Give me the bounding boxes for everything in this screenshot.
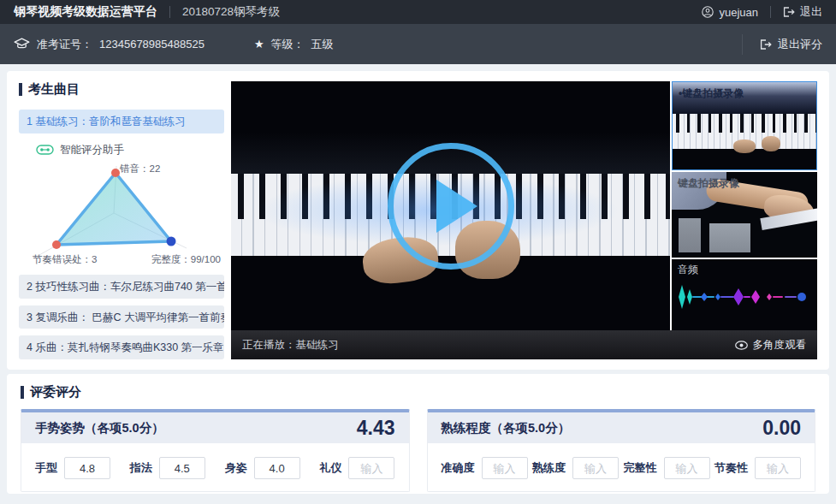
user-menu[interactable]: yuejuan <box>702 6 758 19</box>
user-icon <box>702 6 714 18</box>
field-fingering: 指法 <box>130 457 205 479</box>
player-status-bar: 正在播放：基础练习 多角度观看 <box>231 330 817 359</box>
ticket-label: 准考证号： <box>37 37 92 52</box>
gesture-panel-score: 4.43 <box>357 417 395 440</box>
thumbnail2-stand <box>709 223 750 252</box>
field-completeness: 完整性 <box>624 457 710 479</box>
assistant-label: 智能评分助手 <box>60 143 124 157</box>
logout-label: 退出 <box>800 4 822 20</box>
main-video[interactable] <box>231 81 670 330</box>
field-accuracy: 准确度 <box>442 457 528 479</box>
now-playing-label: 正在播放：基础练习 <box>242 338 339 353</box>
rhythm-input[interactable] <box>755 457 801 479</box>
thumbnail1-label: •键盘拍摄录像 <box>679 86 744 101</box>
assistant-toggle-icon <box>36 144 54 156</box>
gesture-panel-header: 手势姿势（各项5.0分） 4.43 <box>21 412 409 443</box>
thumbnail2-label: 键盘拍摄录像 <box>678 176 739 191</box>
field-hand-shape: 手型 <box>35 457 110 479</box>
playlist-item-4[interactable]: 4 乐曲：莫扎特钢琴奏鸣曲K330 第一乐章 <box>19 335 224 359</box>
level-label: 等级： <box>271 37 305 52</box>
radar-label-rhythm-errors: 节奏错误处：3 <box>33 253 97 266</box>
graduation-cap-icon <box>14 38 30 50</box>
exit-scoring-icon <box>760 39 772 50</box>
proficiency-panel-header: 熟练程度（各项5.0分） 0.00 <box>428 412 815 443</box>
audio-label: 音频 <box>678 263 698 277</box>
thumbnail2-stand <box>679 218 701 252</box>
proficiency-input[interactable] <box>572 457 619 479</box>
accuracy-input[interactable] <box>482 457 528 479</box>
multi-angle-label: 多角度观看 <box>753 338 807 353</box>
gesture-panel-title: 手势姿势（各项5.0分） <box>35 420 164 436</box>
thumbnail-keyboard-top-view[interactable]: •键盘拍摄录像 <box>672 81 817 170</box>
radar-svg <box>24 166 208 258</box>
exam-info-bar: 准考证号： 12345678985488525 ★ 等级： 五级 退出评分 <box>0 24 836 64</box>
logout-icon <box>783 7 795 17</box>
proficiency-panel-title: 熟练程度（各项5.0分） <box>442 420 571 436</box>
exit-scoring-label: 退出评分 <box>778 37 822 52</box>
fingering-input[interactable] <box>159 457 205 479</box>
posture-input[interactable] <box>254 457 300 479</box>
play-button[interactable] <box>388 143 514 270</box>
field-posture: 身姿 <box>225 457 300 479</box>
session-title: 20180728钢琴考级 <box>182 4 280 20</box>
title-accent-bar <box>19 83 22 96</box>
playlist-item-1[interactable]: 1 基础练习：音阶和琶音基础练习 <box>19 110 224 133</box>
thumbnail-keyboard-side-view[interactable]: 键盘拍摄录像 <box>672 172 817 258</box>
level-value: 五级 <box>311 37 334 52</box>
level-group: ★ 等级： 五级 <box>254 37 334 52</box>
audio-waveform <box>673 282 815 312</box>
eye-icon <box>735 341 748 350</box>
divider <box>169 6 170 18</box>
field-proficiency: 熟练度 <box>532 457 619 479</box>
app-title: 钢琴视频考级数据运营平台 <box>14 4 157 20</box>
multi-angle-button[interactable]: 多角度观看 <box>735 338 807 353</box>
divider <box>770 6 771 18</box>
playlist-item-3[interactable]: 3 复调乐曲： 巴赫C 大调平均律第一首前奏曲 <box>19 305 224 329</box>
judge-scoring-card: 评委评分 手势姿势（各项5.0分） 4.43 手型 指法 <box>7 374 829 494</box>
radar-chart: 错音：22 节奏错误处：3 完整度：99/100 <box>19 161 224 266</box>
playlist-item-2[interactable]: 2 技巧性练习曲：车尔尼练习曲740 第一首 <box>19 275 224 299</box>
star-icon: ★ <box>254 38 264 50</box>
play-icon <box>436 180 477 233</box>
angle-thumbnails: •键盘拍摄录像 键盘拍摄录像 <box>672 81 817 330</box>
ticket-number: 12345678985488525 <box>99 38 205 50</box>
radar-label-completeness: 完整度：99/100 <box>151 253 221 266</box>
logout-button[interactable]: 退出 <box>783 4 822 20</box>
proficiency-panel: 熟练程度（各项5.0分） 0.00 准确度 熟练度 完整性 <box>427 409 816 492</box>
thumbnail1-hand-left <box>733 139 756 153</box>
gesture-posture-panel: 手势姿势（各项5.0分） 4.43 手型 指法 身姿 <box>21 409 410 492</box>
playlist-sidebar: 考生曲目 1 基础练习：音阶和琶音基础练习 智能评分助手 <box>19 81 224 359</box>
exit-scoring-button[interactable]: 退出评分 <box>742 34 822 55</box>
ticket-group: 准考证号： 12345678985488525 <box>14 37 205 52</box>
video-viewer: •键盘拍摄录像 键盘拍摄录像 <box>231 81 817 359</box>
etiquette-input[interactable] <box>348 457 394 479</box>
title-accent-bar <box>21 386 24 399</box>
top-bar: 钢琴视频考级数据运营平台 20180728钢琴考级 yuejuan 退出 <box>0 0 836 24</box>
playlist-section-title: 考生曲目 <box>19 81 224 98</box>
proficiency-panel-fields: 准确度 熟练度 完整性 节奏性 <box>428 443 815 491</box>
exam-player-card: 考生曲目 1 基础练习：音阶和琶音基础练习 智能评分助手 <box>7 71 829 370</box>
smart-score-assistant[interactable]: 智能评分助手 <box>36 143 224 157</box>
scoring-section-title: 评委评分 <box>21 384 815 400</box>
proficiency-panel-score: 0.00 <box>762 417 801 440</box>
audio-track[interactable]: 音频 <box>672 259 817 330</box>
completeness-input[interactable] <box>664 457 710 479</box>
username: yuejuan <box>719 6 758 19</box>
radar-label-wrong-notes: 错音：22 <box>120 163 160 175</box>
page: 钢琴视频考级数据运营平台 20180728钢琴考级 yuejuan 退出 准考证… <box>0 0 836 504</box>
field-rhythm: 节奏性 <box>714 457 801 479</box>
hand-shape-input[interactable] <box>64 457 110 479</box>
thumbnail1-hand-right <box>762 136 780 151</box>
field-etiquette: 礼仪 <box>319 457 394 479</box>
gesture-panel-fields: 手型 指法 身姿 礼仪 <box>21 443 409 491</box>
